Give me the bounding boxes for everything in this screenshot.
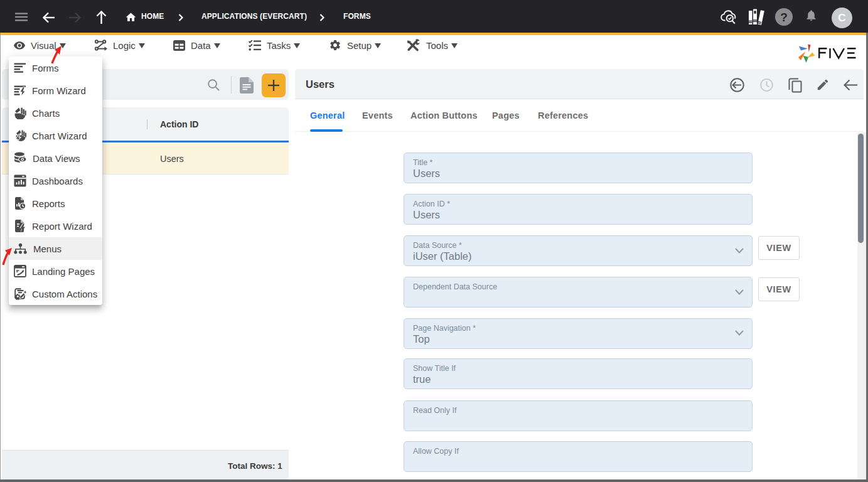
svg-text:?: ?: [780, 11, 788, 24]
